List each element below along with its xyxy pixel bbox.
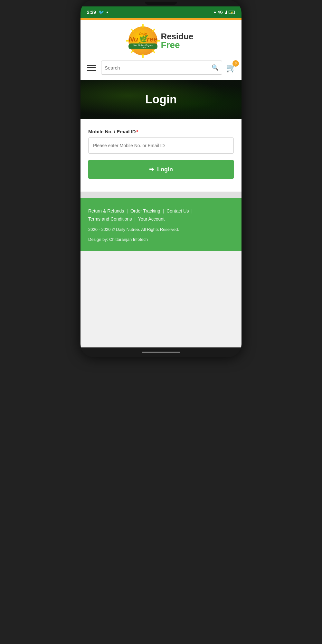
logo-tagline-text: Your Online Organic Mart! xyxy=(128,43,157,49)
status-bar: 2:29 🐦 4G ⚡ xyxy=(80,6,242,18)
cart-button[interactable]: 🛒 0 xyxy=(226,63,236,73)
svg-rect-10 xyxy=(131,28,134,32)
logo-area: Daily Nu🌿ree Your Online Organic Mart! R… xyxy=(86,26,236,55)
footer-link-account[interactable]: Your Account xyxy=(138,215,165,223)
footer-sep-1: | xyxy=(127,207,128,215)
logo-circle: Daily Nu🌿ree Your Online Organic Mart! xyxy=(128,26,157,55)
mobile-email-input[interactable] xyxy=(88,137,234,154)
search-input[interactable] xyxy=(105,65,212,71)
footer-sep-4: | xyxy=(134,215,136,223)
hamburger-line-3 xyxy=(87,70,96,71)
footer-design: Design by: Chittaranjan Infotech xyxy=(88,237,234,242)
login-button[interactable]: ➡ Login xyxy=(88,160,234,179)
login-form-area: Mobile No. / Email ID* ➡ Login xyxy=(80,119,242,192)
svg-rect-7 xyxy=(142,54,144,58)
hamburger-line-1 xyxy=(87,65,96,66)
footer: Return & Refunds | Order Tracking | Cont… xyxy=(80,198,242,251)
footer-link-contact[interactable]: Contact Us xyxy=(166,207,189,215)
logo-brand-text: Residue Free xyxy=(161,32,193,50)
notch xyxy=(145,2,177,5)
logo-text-inside: Daily Nu🌿ree Your Online Organic Mart! xyxy=(128,33,157,49)
svg-rect-0 xyxy=(142,24,144,28)
twitter-icon: 🐦 xyxy=(99,10,104,15)
phone-bottom xyxy=(80,347,242,357)
svg-rect-4 xyxy=(152,28,156,32)
search-area: 🔍 🛒 0 xyxy=(86,61,236,75)
logo-nutree-text: Nu🌿ree xyxy=(128,36,157,43)
footer-sep-2: | xyxy=(163,207,164,215)
signal-icon xyxy=(225,10,227,14)
footer-link-tracking[interactable]: Order Tracking xyxy=(130,207,160,215)
logo-free-text: Free xyxy=(161,41,193,50)
required-star: * xyxy=(137,129,138,134)
svg-rect-8 xyxy=(131,50,134,53)
login-banner: Login xyxy=(80,80,242,119)
login-button-label: Login xyxy=(157,166,173,173)
status-left: 2:29 🐦 xyxy=(87,10,108,15)
gray-area xyxy=(80,251,242,347)
network-label: 4G xyxy=(218,10,223,14)
login-arrow-icon: ➡ xyxy=(149,166,154,173)
status-right: 4G ⚡ xyxy=(214,10,235,14)
notch-bar xyxy=(80,0,242,6)
status-time: 2:29 xyxy=(87,10,96,15)
email-field-label: Mobile No. / Email ID* xyxy=(88,129,234,134)
battery-icon: ⚡ xyxy=(229,11,235,14)
login-title: Login xyxy=(87,93,235,106)
footer-link-returns[interactable]: Return & Refunds xyxy=(88,207,124,215)
footer-link-terms[interactable]: Terms and Conditions xyxy=(88,215,132,223)
footer-sep-3: | xyxy=(191,207,193,215)
hamburger-line-2 xyxy=(87,67,96,68)
phone-frame: 2:29 🐦 4G ⚡ xyxy=(80,0,242,357)
status-dot xyxy=(107,12,108,13)
footer-links: Return & Refunds | Order Tracking | Cont… xyxy=(88,207,234,223)
search-button[interactable]: 🔍 xyxy=(212,64,219,71)
home-indicator xyxy=(142,352,180,353)
logo-residue-text: Residue xyxy=(161,32,193,41)
hamburger-button[interactable] xyxy=(86,63,97,72)
search-box: 🔍 xyxy=(101,61,222,75)
divider-area xyxy=(80,192,242,198)
svg-rect-6 xyxy=(152,50,156,53)
search-icon: 🔍 xyxy=(212,64,219,71)
signal-dot xyxy=(214,12,216,13)
header: Daily Nu🌿ree Your Online Organic Mart! R… xyxy=(80,20,242,80)
cart-badge: 0 xyxy=(232,60,239,67)
footer-copyright: 2020 - 2020 © Daily Nutree. All Rights R… xyxy=(88,227,234,232)
